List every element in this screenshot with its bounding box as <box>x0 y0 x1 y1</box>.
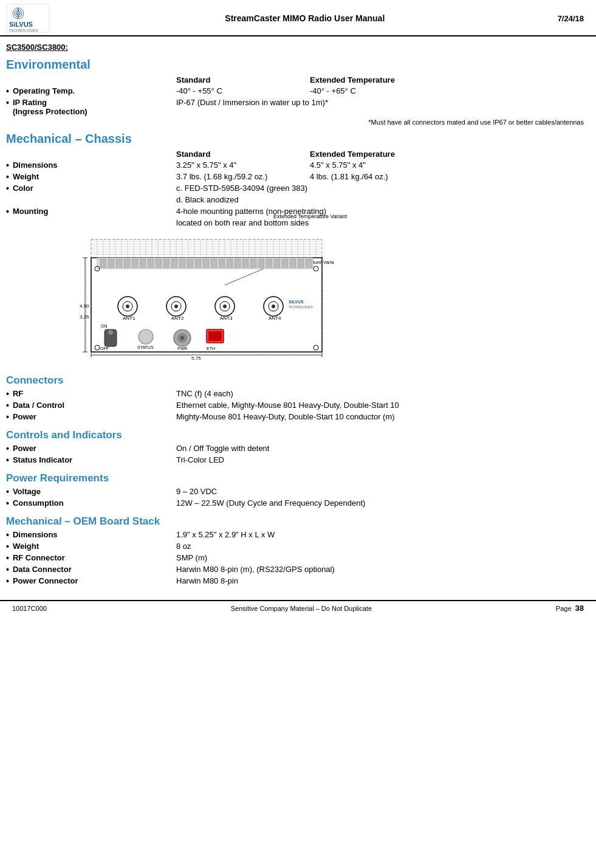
svg-point-102 <box>108 330 113 335</box>
footer-page-label: Page <box>556 605 572 612</box>
svg-rect-80 <box>290 259 296 267</box>
conn-power-label: • Power <box>6 412 176 422</box>
oem-dimensions-row: • Dimensions 1.9" x 5.25" x 2.9" H x L x… <box>6 530 584 540</box>
mech-dimensions-value: 3.25" x 5.75" x 4" 4.5" x 5.75" x 4" <box>176 160 584 170</box>
svg-rect-74 <box>242 259 248 267</box>
footer-page-area: Page 38 <box>556 604 584 613</box>
mech-mounting-label: • Mounting <box>6 207 176 216</box>
svg-rect-75 <box>250 259 256 267</box>
header-title: StreamCaster MIMO Radio User Manual <box>52 13 558 23</box>
oem-data-row: • Data Connector Harwin M80 8-pin (m), (… <box>6 565 584 574</box>
svg-text:ON: ON <box>101 324 108 328</box>
mech-col-standard: Standard <box>176 150 310 159</box>
svg-rect-77 <box>266 259 272 267</box>
ctrl-power-value: On / Off Toggle with detent <box>176 444 584 453</box>
env-col-headers: Standard Extended Temperature <box>6 75 584 84</box>
env-note: *Must have all connectors mated and use … <box>6 119 584 126</box>
svg-text:STATUS: STATUS <box>137 345 154 350</box>
env-operating-temp-row: • Operating Temp. -40° - +55° C -40° - +… <box>6 86 584 96</box>
oem-data-label: • Data Connector <box>6 565 176 574</box>
chassis-diagram-svg: Standard Temperature Variant <box>79 233 334 361</box>
conn-rf-value: TNC (f) (4 each) <box>176 389 584 398</box>
svg-rect-67 <box>187 259 193 267</box>
svg-rect-68 <box>195 259 201 267</box>
svg-rect-58 <box>116 259 122 267</box>
svg-rect-78 <box>274 259 280 267</box>
mech-black-value: d. Black anodized <box>176 195 584 204</box>
oem-rf-row: • RF Connector SMP (m) <box>6 553 584 563</box>
env-ip-rating-row: • IP Rating (Ingress Protection) IP-67 (… <box>6 98 584 116</box>
svg-point-93 <box>223 305 227 308</box>
svg-rect-72 <box>227 259 233 267</box>
svg-rect-61 <box>140 259 146 267</box>
ctrl-power-label: • Power <box>6 444 176 453</box>
mech-color-row: • Color c. FED-STD-595B-34094 (green 383… <box>6 184 584 193</box>
svg-rect-81 <box>298 259 304 267</box>
mech-oem-heading: Mechanical – OEM Board Stack <box>6 515 584 528</box>
bullet-icon-2: • <box>6 98 9 108</box>
mech-dimensions-label: • Dimensions <box>6 160 176 170</box>
oem-data-value: Harwin M80 8-pin (m), (RS232/GPS optiona… <box>176 565 584 574</box>
ctrl-status-label: • Status Indicator <box>6 455 176 465</box>
conn-power-value: Mighty-Mouse 801 Heavy-Duty, Double-Star… <box>176 412 584 421</box>
svg-text:ANT1: ANT1 <box>123 315 135 321</box>
conn-rf-label: • RF <box>6 389 176 399</box>
svg-point-105 <box>139 329 153 344</box>
svg-point-117 <box>313 345 318 350</box>
svg-rect-70 <box>211 259 217 267</box>
svg-rect-62 <box>148 259 154 267</box>
svg-text:ANT4: ANT4 <box>269 315 281 321</box>
mech-weight-value: 3.7 lbs. (1.68 kg./59.2 oz.) 4 lbs. (1.8… <box>176 172 584 181</box>
env-col-extended: Extended Temperature <box>310 75 584 84</box>
controls-heading: Controls and Indicators <box>6 429 584 441</box>
svg-text:ANT3: ANT3 <box>220 315 233 321</box>
oem-dimensions-value: 1.9" x 5.25" x 2.9" H x L x W <box>176 530 584 539</box>
mech-located-row: located on both rear and bottom sides Ex… <box>6 218 584 227</box>
svg-rect-59 <box>124 259 130 267</box>
mech-color-label: • Color <box>6 184 176 193</box>
footer-sensitivity: Sensitive Company Material – Do Not Dupl… <box>231 605 372 612</box>
oem-weight-value: 8 oz <box>176 542 584 551</box>
header-date: 7/24/18 <box>558 14 584 23</box>
extended-temp-label: Extended Temperature Variant <box>273 213 347 219</box>
oem-rf-label: • RF Connector <box>6 553 176 563</box>
oem-weight-label: • Weight <box>6 542 176 551</box>
environmental-heading: Environmental <box>6 58 584 72</box>
oem-power-value: Harwin M80 8-pin <box>176 576 584 585</box>
chassis-diagram: Standard Temperature Variant <box>79 233 352 367</box>
oem-weight-row: • Weight 8 oz <box>6 542 584 551</box>
pwr-consumption-row: • Consumption 12W – 22.5W (Duty Cycle an… <box>6 498 584 508</box>
mech-black-row: d. Black anodized <box>6 195 584 204</box>
conn-data-value: Ethernet cable, Mighty-Mouse 801 Heavy-D… <box>176 401 584 410</box>
silvus-logo-icon: SiLVUS TECHNOLOGIES <box>6 4 50 33</box>
svg-rect-64 <box>163 259 170 267</box>
svg-point-85 <box>126 305 129 308</box>
conn-data-label: • Data / Control <box>6 401 176 410</box>
mech-mounting-value: 4-hole mounting patterns (non-penetratin… <box>176 207 584 216</box>
svg-rect-73 <box>235 259 241 267</box>
svg-rect-69 <box>203 259 209 267</box>
page-footer: 10017C000 Sensitive Company Material – D… <box>0 600 596 615</box>
mech-color-value-c: c. FED-STD-595B-34094 (green 383) <box>176 184 584 193</box>
conn-power-row: • Power Mighty-Mouse 801 Heavy-Duty, Dou… <box>6 412 584 422</box>
svg-text:5.75: 5.75 <box>191 356 201 361</box>
power-req-heading: Power Requirements <box>6 472 584 484</box>
svg-rect-60 <box>132 259 138 267</box>
svg-point-89 <box>174 305 178 308</box>
mech-weight-row: • Weight 3.7 lbs. (1.68 kg./59.2 oz.) 4 … <box>6 172 584 182</box>
env-operating-temp-label: • Operating Temp. <box>6 86 176 96</box>
svg-point-115 <box>95 345 100 350</box>
env-ip-rating-label: • IP Rating (Ingress Protection) <box>6 98 176 116</box>
ctrl-power-row: • Power On / Off Toggle with detent <box>6 444 584 453</box>
oem-power-label: • Power Connector <box>6 576 176 586</box>
svg-rect-66 <box>179 259 185 267</box>
mech-located-value: located on both rear and bottom sides Ex… <box>176 218 584 227</box>
svg-rect-76 <box>258 259 264 267</box>
ctrl-status-value: Tri-Color LED <box>176 455 584 464</box>
svg-point-116 <box>313 266 318 271</box>
svg-text:PWR: PWR <box>177 346 187 351</box>
svg-rect-57 <box>108 259 114 267</box>
page-header: SiLVUS TECHNOLOGIES StreamCaster MIMO Ra… <box>0 0 596 36</box>
svg-text:4.50: 4.50 <box>80 303 89 309</box>
mech-dimensions-row: • Dimensions 3.25" x 5.75" x 4" 4.5" x 5… <box>6 160 584 170</box>
